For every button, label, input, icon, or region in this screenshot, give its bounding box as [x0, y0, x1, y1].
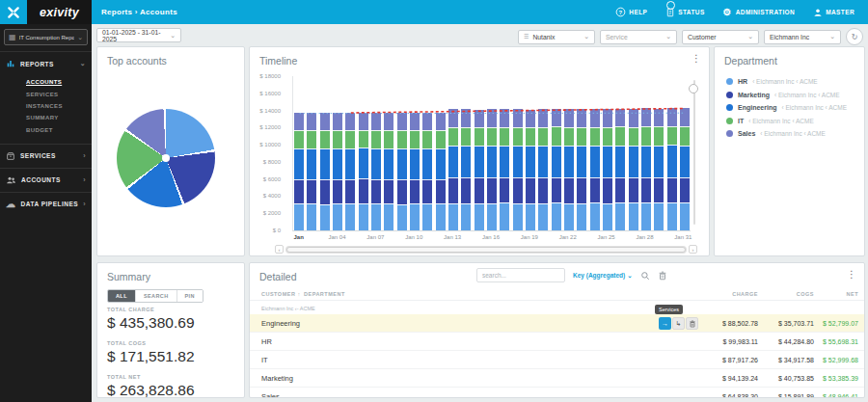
timeline-bar[interactable] [410, 113, 420, 230]
filter-select-nutanix[interactable]: ☰Nutanix⌄ [518, 30, 595, 44]
topnav-master[interactable]: MASTER [812, 7, 854, 17]
timeline-bar[interactable] [333, 113, 342, 230]
filter-select-customer[interactable]: Customer⌄ [682, 30, 759, 44]
report-selector[interactable]: ▦ IT Consumption Report ⌄ [4, 29, 88, 45]
key-aggregated-select[interactable]: Key (Aggregated) ⌄ [573, 272, 633, 280]
bar-segment-it [307, 130, 316, 148]
sidebar-item-instances[interactable]: INSTANCES [26, 100, 92, 112]
timeline-bar[interactable] [461, 109, 471, 230]
top-accounts-pie-chart[interactable] [117, 109, 215, 207]
column-net[interactable]: NET [814, 291, 858, 297]
scroll-left-arrow[interactable]: ‹ [275, 245, 284, 254]
table-row-marketing[interactable]: Marketing$ 94,139.24$ 40,753.85$ 53,385.… [250, 369, 864, 388]
y-axis-tick-label: $ 0 [273, 228, 281, 233]
timeline-bar[interactable] [371, 113, 381, 230]
breakdown-button[interactable]: ↳ [672, 317, 685, 330]
filter-select-service[interactable]: Service⌄ [600, 30, 677, 44]
timeline-bar[interactable] [552, 109, 561, 230]
column-charge[interactable]: CHARGE [669, 291, 758, 297]
filter-select-eichmann-inc[interactable]: Eichmann Inc⌄ [764, 30, 841, 44]
column-cogs[interactable]: COGS [758, 291, 814, 297]
timeline-bar[interactable] [345, 113, 355, 230]
drilldown-arrow-button[interactable]: → [659, 317, 671, 330]
legend-item-marketing[interactable]: Marketing‹ Eichmann Inc ‹ ACME [726, 92, 853, 98]
timeline-bar[interactable] [448, 109, 458, 230]
table-row-sales[interactable]: Sales$ 64,838.30$ 15,891.89$ 48,946.41 [250, 388, 864, 397]
sidebar-section-accounts[interactable]: ACCOUNTS› [0, 168, 92, 192]
timeline-bar[interactable] [680, 108, 690, 230]
trash-icon[interactable] [686, 317, 698, 330]
table-row-engineering[interactable]: EngineeringServices→↳$ 88,502.78$ 35,703… [250, 314, 864, 333]
zoom-slider-knob[interactable] [689, 84, 698, 94]
sidebar-section-services[interactable]: SERVICES› [0, 144, 92, 168]
topnav-administration[interactable]: ⚙ADMINISTRATION [722, 7, 795, 17]
legend-item-it[interactable]: IT‹ Eichmann Inc ‹ ACME [726, 118, 853, 124]
total-charge-value: $ 435,380.69 [107, 314, 236, 332]
trash-icon[interactable] [658, 271, 667, 281]
sidebar-item-services[interactable]: SERVICES [26, 88, 92, 99]
kebab-menu-icon[interactable]: ⋮ [692, 53, 701, 64]
table-row-hr[interactable]: HR$ 99,983.11$ 44,284.80$ 55,698.31 [250, 333, 864, 351]
total-cogs-value: $ 171,551.82 [107, 348, 236, 365]
timeline-bar[interactable] [629, 109, 638, 230]
topnav-status[interactable]: STATUS [665, 7, 704, 17]
scrollbar-track[interactable] [285, 246, 687, 254]
toggle-all[interactable]: ALL [108, 290, 135, 302]
toggle-search[interactable]: SEARCH [135, 290, 176, 302]
group-row[interactable]: Eichmann Inc ‹- ACME [250, 301, 864, 314]
column-customer[interactable]: CUSTOMER ↑ [261, 291, 304, 297]
timeline-bar[interactable] [384, 113, 393, 230]
column-department[interactable]: DEPARTMENT [304, 291, 669, 297]
legend-name: Marketing [738, 92, 770, 98]
sidebar-section-data-pipelines[interactable]: ☁DATA PIPELINES› [0, 192, 92, 216]
timeline-bar[interactable] [436, 113, 446, 230]
timeline-bar[interactable] [641, 108, 651, 230]
timeline-bar[interactable] [564, 109, 574, 230]
legend-item-hr[interactable]: HR‹ Eichmann Inc ‹ ACME [726, 78, 853, 85]
legend-item-sales[interactable]: Sales‹ Eichmann Inc ‹ ACME [726, 130, 853, 137]
search-input[interactable] [476, 268, 565, 282]
chevron-right-icon: › [83, 152, 86, 159]
timeline-bar[interactable] [513, 109, 523, 230]
kebab-menu-icon[interactable]: ⋮ [847, 269, 856, 280]
toggle-pin[interactable]: PIN [176, 290, 203, 302]
timeline-bar[interactable] [654, 109, 664, 230]
timeline-bar[interactable] [577, 109, 586, 230]
timeline-bar[interactable] [422, 113, 432, 230]
timeline-bar[interactable] [307, 113, 316, 230]
timeline-bar[interactable] [603, 109, 612, 230]
row-charge: $ 87,917.26 [669, 357, 758, 363]
timeline-bar[interactable] [294, 113, 304, 230]
legend-item-engineering[interactable]: Engineering‹ Eichmann Inc ‹ ACME [726, 104, 853, 111]
sidebar-item-accounts[interactable]: ACCOUNTS [26, 76, 92, 88]
bar-segment-it [500, 127, 509, 146]
scrollbar-thumb[interactable] [286, 247, 686, 253]
table-row-it[interactable]: IT$ 87,917.26$ 34,917.58$ 52,999.68 [250, 351, 864, 369]
bar-segment-sales [629, 109, 638, 127]
panel-title: Department [715, 47, 864, 67]
timeline-bar[interactable] [359, 113, 368, 230]
refresh-button[interactable]: ↻ [846, 28, 863, 45]
topnav-help[interactable]: ?HELP [615, 7, 647, 17]
sidebar-item-summary[interactable]: SUMMARY [26, 112, 92, 123]
y-axis-tick-label: $ 14000 [259, 108, 281, 114]
date-range-select[interactable]: 01-01-2025 - 31-01-2025 ⌄ [96, 28, 181, 42]
zoom-slider-track[interactable] [693, 80, 695, 225]
timeline-bar[interactable] [320, 113, 330, 230]
timeline-bar[interactable] [538, 109, 548, 230]
search-icon[interactable] [640, 271, 650, 281]
timeline-bar[interactable] [667, 108, 677, 230]
timeline-bar[interactable] [397, 113, 407, 230]
timeline-bar[interactable] [500, 109, 509, 230]
timeline-bar[interactable] [590, 109, 600, 230]
exivity-logo-icon[interactable] [0, 0, 27, 24]
timeline-bar[interactable] [487, 109, 497, 230]
timeline-bar[interactable] [475, 110, 484, 230]
sort-asc-icon: ↑ [297, 291, 300, 297]
filter-select-value: Eichmann Inc [770, 34, 809, 40]
scroll-right-arrow[interactable]: › [689, 245, 697, 254]
timeline-bar[interactable] [615, 109, 625, 230]
sidebar-item-budget[interactable]: BUDGET [26, 124, 92, 136]
sidebar-section-reports[interactable]: REPORTS ⌄ [0, 51, 92, 75]
timeline-bar[interactable] [526, 110, 535, 230]
